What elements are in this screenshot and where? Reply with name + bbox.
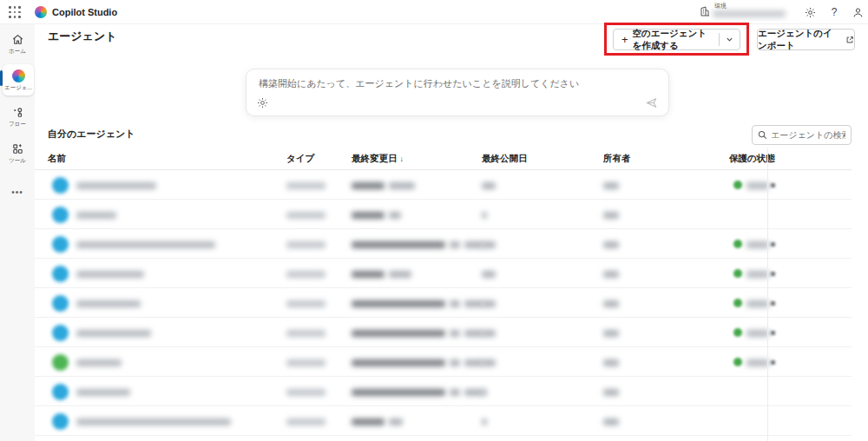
modified-date-redacted: [450, 359, 460, 366]
modified-date-redacted: [464, 241, 483, 248]
modified-date-redacted: [464, 330, 483, 337]
protection-status-redacted: [746, 182, 769, 189]
agent-type-redacted: [286, 389, 326, 396]
redaction-edge: [767, 148, 768, 441]
chevron-down-icon[interactable]: [720, 30, 740, 49]
agent-name-redacted: [76, 241, 215, 248]
protection-status-redacted: [746, 359, 769, 366]
agent-search-box[interactable]: [752, 125, 852, 145]
owner-redacted: [603, 241, 619, 248]
owner-redacted: [603, 418, 619, 425]
agent-name-redacted: [76, 389, 130, 396]
table-row[interactable]: [35, 288, 852, 318]
modified-date-redacted: [389, 212, 401, 219]
settings-gear-icon[interactable]: [803, 5, 817, 19]
owner-redacted: [603, 182, 619, 189]
create-agent-label: 空のエージェントを作成する: [633, 28, 713, 52]
agent-avatar: [52, 207, 69, 223]
modified-date-redacted: [389, 418, 403, 425]
agent-name-redacted: [76, 212, 116, 219]
modified-date-redacted: [352, 212, 385, 219]
table-row[interactable]: [35, 318, 852, 347]
agent-name-redacted: [76, 330, 151, 337]
import-agent-button[interactable]: エージェントのインポート: [757, 29, 855, 50]
copilot-agent-icon: [11, 69, 25, 82]
published-date-redacted: [482, 330, 496, 337]
agent-avatar: [52, 177, 69, 194]
owner-redacted: [603, 389, 619, 396]
protection-chevron-redacted: [771, 183, 775, 188]
column-header-modified[interactable]: 最終変更日↓: [352, 153, 404, 165]
protection-status-icon: [733, 269, 742, 278]
published-date-redacted: [482, 182, 496, 189]
column-header-type[interactable]: タイプ: [286, 153, 314, 165]
agent-avatar: [52, 384, 69, 400]
modified-date-redacted: [464, 300, 483, 307]
agent-name-redacted: [76, 359, 122, 366]
published-date-redacted: [482, 418, 487, 425]
modified-date-redacted: [450, 241, 460, 248]
account-person-icon[interactable]: [851, 5, 865, 19]
protection-chevron-redacted: [771, 242, 775, 247]
agent-type-redacted: [286, 241, 326, 248]
sidebar-item-label: ツール: [9, 157, 26, 165]
sidebar-item-flows[interactable]: フロー: [0, 101, 35, 132]
published-date-redacted: [482, 212, 487, 219]
create-agent-button[interactable]: + 空のエージェントを作成する: [613, 29, 740, 50]
protection-status-icon: [733, 328, 742, 337]
environment-value-redacted[interactable]: [713, 10, 786, 17]
modified-date-redacted: [464, 389, 483, 396]
protection-chevron-redacted: [771, 272, 775, 276]
published-date-redacted: [482, 271, 496, 278]
environment-label: 環境: [714, 2, 727, 10]
sidebar-item-home[interactable]: ホーム: [0, 28, 35, 59]
table-row[interactable]: [35, 200, 852, 229]
protection-status-redacted: [746, 330, 769, 337]
agent-name-redacted: [76, 418, 231, 425]
modified-date-redacted: [352, 389, 445, 396]
table-row[interactable]: [35, 170, 852, 200]
help-icon[interactable]: ?: [827, 5, 841, 19]
agent-name-redacted: [76, 300, 141, 307]
agent-avatar: [52, 295, 69, 312]
agents-table-body: [35, 170, 852, 441]
agent-description-prompt[interactable]: 構築開始にあたって、エージェントに行わせたいことを説明してください: [246, 69, 669, 116]
agent-avatar: [52, 354, 69, 371]
search-icon: [758, 130, 767, 140]
app-title: Copilot Studio: [52, 7, 117, 17]
protection-status-redacted: [746, 300, 769, 307]
column-header-name[interactable]: 名前: [48, 153, 66, 165]
sort-desc-icon: ↓: [400, 155, 404, 163]
agent-type-redacted: [286, 300, 326, 307]
agent-avatar: [52, 325, 69, 341]
sidebar-item-more[interactable]: •••: [0, 181, 35, 202]
table-row[interactable]: [35, 377, 852, 406]
column-header-published[interactable]: 最終公開日: [482, 153, 528, 165]
open-external-icon: [845, 36, 854, 44]
search-input[interactable]: [771, 130, 845, 140]
app-launcher-icon[interactable]: [9, 6, 21, 18]
page-title: エージェント: [48, 29, 117, 44]
protection-status-icon: [733, 240, 742, 248]
flow-icon: [10, 105, 24, 119]
send-icon[interactable]: [645, 96, 658, 109]
agent-type-redacted: [286, 182, 326, 189]
settings-gear-icon[interactable]: [257, 97, 268, 109]
agent-avatar: [52, 236, 69, 253]
home-icon: [10, 32, 24, 46]
table-row[interactable]: [35, 347, 852, 377]
protection-status-redacted: [746, 271, 769, 278]
protection-status-icon: [733, 299, 742, 307]
sidebar-item-tools[interactable]: ツール: [0, 137, 35, 168]
owner-redacted: [603, 330, 619, 337]
agent-name-redacted: [76, 271, 144, 278]
modified-date-redacted: [464, 359, 483, 366]
agent-type-redacted: [286, 359, 326, 366]
more-icon: •••: [10, 185, 24, 199]
sidebar-item-agents[interactable]: エージェ...: [3, 64, 34, 95]
owner-redacted: [603, 300, 619, 307]
column-header-owner[interactable]: 所有者: [603, 153, 631, 165]
table-row[interactable]: [35, 259, 852, 288]
table-row[interactable]: [35, 406, 852, 436]
table-row[interactable]: [35, 229, 852, 259]
